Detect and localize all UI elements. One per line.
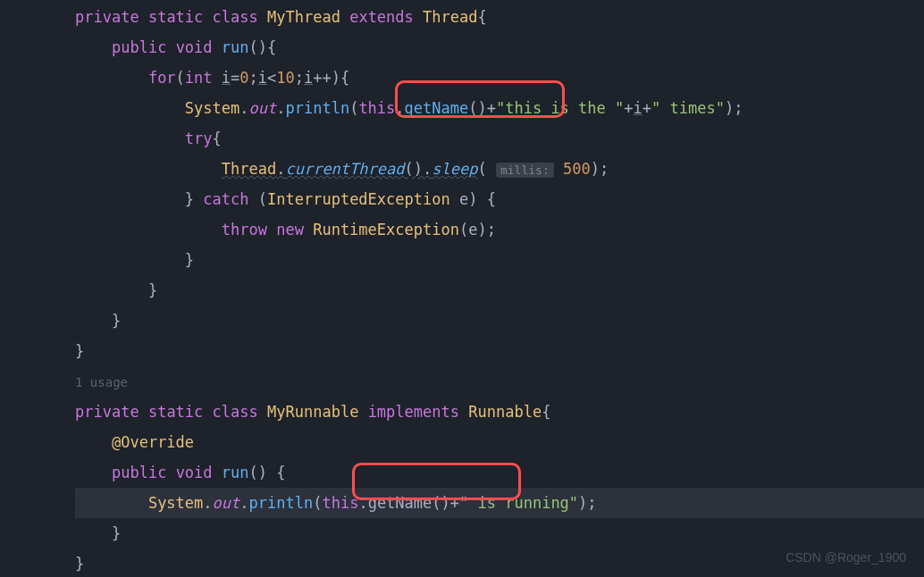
code-line: } [75, 305, 924, 336]
code-line: } [75, 518, 924, 548]
code-line: @Override [75, 427, 924, 457]
watermark: CSDN @Roger_1900 [785, 545, 906, 570]
usage-hint[interactable]: 1 usage [75, 366, 924, 397]
code-line: Thread.currentThread().sleep( millis: 50… [75, 154, 924, 184]
code-line: private static class MyThread extends Th… [75, 2, 924, 32]
code-line: System.out.println(this.getName()+"this … [75, 93, 924, 123]
code-line: } [75, 275, 924, 305]
code-line: } [75, 336, 924, 366]
code-editor[interactable]: private static class MyThread extends Th… [0, 2, 924, 577]
code-line: public void run() { [75, 457, 924, 488]
code-line: } [75, 245, 924, 275]
code-line: public void run(){ [75, 32, 924, 63]
code-line: private static class MyRunnable implemen… [75, 397, 924, 427]
code-line: for(int i=0;i<10;i++){ [75, 63, 924, 93]
code-line: throw new RuntimeException(e); [75, 214, 924, 245]
parameter-hint: millis: [496, 163, 554, 178]
code-line: System.out.println(this.getName()+" is r… [75, 488, 924, 518]
code-line: } catch (InterruptedException e) { [75, 184, 924, 214]
code-line: try{ [75, 123, 924, 154]
